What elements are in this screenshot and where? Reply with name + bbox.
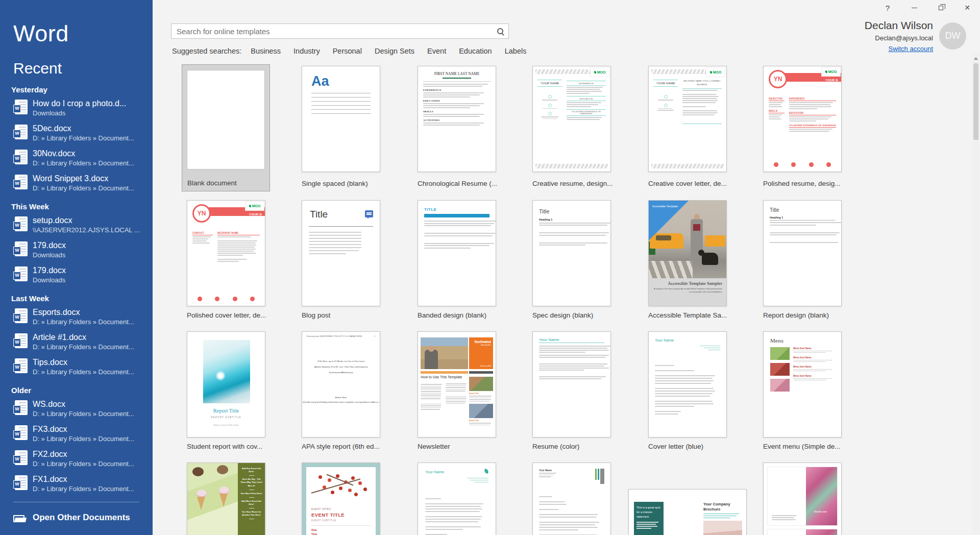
ice-cream-photo xyxy=(187,463,239,535)
suggested-search-link[interactable]: Business xyxy=(251,47,281,55)
recent-file[interactable]: WS.docx D: » Library Folders » Document.… xyxy=(15,399,153,420)
templates-pane: Suggested searches:BusinessIndustryPerso… xyxy=(153,0,980,535)
recent-group-title: Older xyxy=(11,386,153,395)
thumb-name: Your Name xyxy=(655,338,720,343)
template-tile-moo-cover[interactable]: MOO YOUR NAME RECIPIENT NAME TITLE | COM… xyxy=(648,66,727,172)
thumb-headline: How to Use This Template xyxy=(421,375,470,379)
aa-sample: Aa xyxy=(311,74,380,89)
moo-logo: MOO xyxy=(822,67,840,76)
template-tile-polished-resume[interactable]: YN YOUR N MOO OBJECTIVE SKILLS EXPERIENC… xyxy=(763,66,842,172)
suggested-search-link[interactable]: Personal xyxy=(333,47,362,55)
template-label: Cover letter (blue) xyxy=(648,443,703,450)
food-photo xyxy=(770,347,790,360)
template-tile-blank[interactable] xyxy=(187,70,265,169)
template-tile-blog[interactable]: Title xyxy=(302,200,380,306)
event-info-panel: Add Key Event Info Here!Don't Be Shy - T… xyxy=(238,463,265,535)
switch-account-link[interactable]: Switch account xyxy=(889,45,933,53)
suggested-search-link[interactable]: Industry xyxy=(293,47,320,55)
template-label: Blank document xyxy=(187,179,237,187)
article-photo xyxy=(469,377,493,391)
thumb-title: EVENT TITLE xyxy=(311,512,345,518)
template-tile-moo-resume[interactable]: MOO YOUR NAME EXPERIENCE EDUCATION VOLUN… xyxy=(532,66,611,172)
suggested-search-link[interactable]: Design Sets xyxy=(375,47,414,55)
recent-group: Yesterday How do I crop a photo.d... Dow… xyxy=(11,85,153,194)
template-tile-cherry[interactable]: EVENT INTRO EVENT TITLE EVENT SUBTITLE D… xyxy=(302,463,380,535)
word-doc-icon xyxy=(15,266,28,281)
selected-template-box[interactable]: Blank document xyxy=(182,64,270,191)
template-tile-menu[interactable]: Menu Menu Item NameMenu Item NameMenu It… xyxy=(763,331,842,437)
open-other-documents-button[interactable]: Open Other Documents xyxy=(13,513,139,523)
template-tile-accessible[interactable]: Accessible Template Accessible Template … xyxy=(648,200,727,306)
open-folder-icon xyxy=(13,514,26,522)
word-doc-icon xyxy=(15,100,28,114)
recent-group-title: Last Week xyxy=(11,294,153,303)
word-doc-icon xyxy=(15,450,28,465)
help-button[interactable]: ? xyxy=(876,0,899,15)
recent-file[interactable]: Article #1.docx D: » Library Folders » D… xyxy=(15,332,153,353)
scrollbar-thumb[interactable] xyxy=(973,63,978,140)
template-tile-cover-blue[interactable]: Your Name xyxy=(648,331,727,437)
recent-group: This Week setup.docx \\AJSERVER2012.AJSY… xyxy=(11,202,153,286)
template-tile-report[interactable]: Title Heading 1 xyxy=(763,200,842,306)
search-icon[interactable] xyxy=(497,28,505,36)
search-input[interactable] xyxy=(172,24,508,38)
template-label: Polished cover letter, de... xyxy=(187,311,266,319)
recent-file[interactable]: FX2.docx D: » Library Folders » Document… xyxy=(15,449,153,470)
blossom-branch xyxy=(308,469,370,504)
template-label: Accessible Template Sa... xyxy=(648,311,727,319)
recent-file[interactable]: 30Nov.docx D: » Library Folders » Docume… xyxy=(15,149,153,169)
recent-file[interactable]: Word Snippet 3.docx D: » Library Folders… xyxy=(15,174,153,194)
thumb-title: TITLE xyxy=(424,207,496,212)
template-tile-spec[interactable]: Title Heading 1 xyxy=(532,200,611,306)
template-tile-letterhead2[interactable]: Your Name xyxy=(532,463,611,535)
template-tile-apa[interactable]: Running head: (SHORTENED TITLE UP TO 50 … xyxy=(302,331,380,437)
template-tile-resume-color[interactable]: Your Name xyxy=(532,331,611,437)
recent-file-path: D: » Library Folders » Document... xyxy=(33,368,134,376)
template-tile-polished-cover[interactable]: YN YOUR N MOO CONTACT RECIPIENT NAME xyxy=(187,200,265,306)
suggested-search-link[interactable]: Education xyxy=(459,47,492,55)
template-tile-banded[interactable]: TITLE xyxy=(418,200,496,306)
suggested-search-link[interactable]: Event xyxy=(427,47,446,55)
template-search-box[interactable] xyxy=(171,23,509,39)
recent-file[interactable]: 179.docx Downloads xyxy=(15,265,153,286)
template-tile-brochure[interactable]: This is a great spot for a mission state… xyxy=(628,489,747,535)
minimize-button[interactable] xyxy=(902,0,926,15)
close-button[interactable]: ✕ xyxy=(955,0,979,15)
template-label: Banded design (blank) xyxy=(418,311,486,319)
suggested-search-link[interactable]: Labels xyxy=(505,47,527,55)
template-tile-student[interactable]: Report Title REPORT SUBTITLE Name | Cour… xyxy=(187,331,265,437)
moo-logo: MOO xyxy=(591,68,609,77)
template-tile-letterhead[interactable]: Your Name xyxy=(418,463,496,535)
thumb-title: Title xyxy=(770,207,841,213)
open-other-documents-label: Open Other Documents xyxy=(33,513,130,523)
recent-file-path: D: » Library Folders » Document... xyxy=(33,159,134,167)
recent-file[interactable]: FX3.docx D: » Library Folders » Document… xyxy=(15,424,153,445)
thumb-name: Your Name xyxy=(425,470,488,474)
recent-file[interactable]: 5Dec.docx D: » Library Folders » Documen… xyxy=(15,124,153,144)
recent-file-name: 179.docx xyxy=(33,241,66,250)
recent-file[interactable]: FX1.docx D: » Library Folders » Document… xyxy=(15,474,153,495)
template-tile-single[interactable]: Aa xyxy=(302,66,380,172)
recent-file[interactable]: How do I crop a photo.d... Downloads xyxy=(15,99,153,119)
avatar[interactable]: DW xyxy=(939,22,966,50)
recent-file[interactable]: Esports.docx D: » Library Folders » Docu… xyxy=(15,307,153,328)
template-tile-chrono[interactable]: FIRST NAME LAST NAMEEXPERIENCEEDUCATIONS… xyxy=(418,66,496,172)
scrollbar[interactable] xyxy=(972,53,979,534)
recent-file[interactable]: 179.docx Downloads xyxy=(15,240,153,261)
template-tile-thankyou[interactable]: thank you xyxy=(763,463,842,535)
restore-button[interactable] xyxy=(929,0,952,15)
brand-name: Northwind xyxy=(471,340,491,344)
template-label: Event menu (Simple de... xyxy=(763,443,841,450)
recent-file-path: D: » Library Folders » Document... xyxy=(33,318,134,326)
template-tile-icecream[interactable]: Add Key Event Info Here!Don't Be Shy - T… xyxy=(187,463,265,535)
template-tile-newsletter[interactable]: Northwind NewsletterJanuary 6th How to U… xyxy=(418,331,496,437)
recent-file[interactable]: setup.docx \\AJSERVER2012.AJSYS.LOCAL ..… xyxy=(15,215,153,236)
recent-file[interactable]: Tips.docx D: » Library Folders » Documen… xyxy=(15,357,153,378)
recent-file-list: Yesterday How do I crop a photo.d... Dow… xyxy=(0,85,153,495)
recent-file-path: D: » Library Folders » Document... xyxy=(33,410,134,418)
scroll-up-arrow-icon[interactable] xyxy=(974,55,978,60)
template-label: Single spaced (blank) xyxy=(302,180,368,187)
word-doc-icon xyxy=(15,241,28,256)
blog-icon xyxy=(365,210,373,217)
template-label: Spec design (blank) xyxy=(532,311,593,319)
